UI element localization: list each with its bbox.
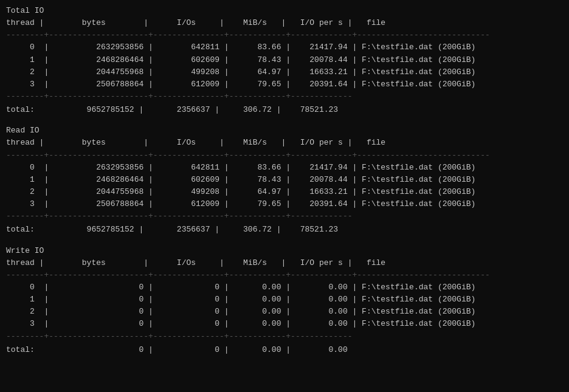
total-io-row-3: 3 | 2506788864 | 612009 | 79.65 | 20391.… [6,78,563,91]
total-io-divider-bottom: --------+---------------------+---------… [6,91,563,103]
section-total-io: Total IO thread | bytes | I/Os | MiB/s |… [6,5,563,122]
read-io-divider-bottom: --------+---------------------+---------… [6,210,563,222]
total-io-row-0: 0 | 2632953856 | 642811 | 83.66 | 21417.… [6,41,563,53]
write-io-row-2: 2 | 0 | 0 | 0.00 | 0.00 | F:\testfile.da… [6,306,563,318]
write-io-row-0: 0 | 0 | 0 | 0.00 | 0.00 | F:\testfile.da… [6,281,563,294]
total-io-row-2: 2 | 2044755968 | 499208 | 64.97 | 16633.… [6,66,563,78]
read-io-row-1: 1 | 2468286464 | 602609 | 78.43 | 20078.… [6,174,563,186]
write-io-row-1: 1 | 0 | 0 | 0.00 | 0.00 | F:\testfile.da… [6,294,563,306]
total-io-row-1: 1 | 2468286464 | 602609 | 78.43 | 20078.… [6,54,563,66]
total-io-total: total: 9652785152 | 2356637 | 306.72 | 7… [6,104,563,116]
total-io-divider-top: --------+---------------------+---------… [6,29,563,41]
write-io-row-3: 3 | 0 | 0 | 0.00 | 0.00 | F:\testfile.da… [6,318,563,330]
app-container: Total IO thread | bytes | I/Os | MiB/s |… [6,5,563,362]
write-io-title: Write IO thread | bytes | I/Os | MiB/s |… [6,245,563,269]
read-io-row-0: 0 | 2632953856 | 642811 | 83.66 | 21417.… [6,162,563,174]
section-write-io: Write IO thread | bytes | I/Os | MiB/s |… [6,245,563,362]
read-io-total: total: 9652785152 | 2356637 | 306.72 | 7… [6,224,563,236]
write-io-divider-top: --------+---------------------+---------… [6,269,563,281]
read-io-row-3: 3 | 2506788864 | 612009 | 79.65 | 20391.… [6,198,563,210]
read-io-divider-top: --------+---------------------+---------… [6,150,563,162]
write-io-divider-bottom: --------+---------------------+---------… [6,331,563,343]
write-io-total: total: 0 | 0 | 0.00 | 0.00 [6,344,563,356]
read-io-title: Read IO thread | bytes | I/Os | MiB/s | … [6,125,563,149]
total-io-title: Total IO thread | bytes | I/Os | MiB/s |… [6,5,563,29]
read-io-row-2: 2 | 2044755968 | 499208 | 64.97 | 16633.… [6,186,563,198]
section-read-io: Read IO thread | bytes | I/Os | MiB/s | … [6,125,563,242]
